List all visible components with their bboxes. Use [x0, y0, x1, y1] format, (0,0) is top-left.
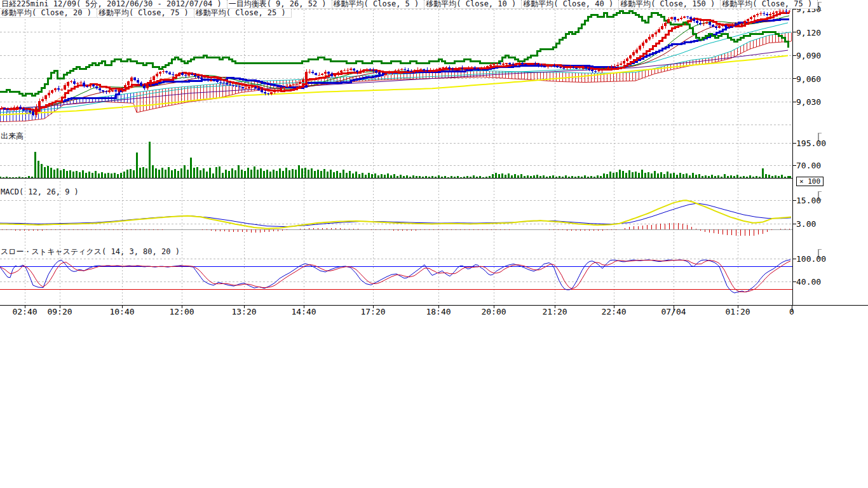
- legend-item[interactable]: 移動平均( Close, 75 ): [97, 9, 194, 18]
- legend-item[interactable]: 移動平均( Close, 20 ): [0, 9, 97, 18]
- time-axis-label: 02:40: [12, 307, 37, 316]
- price-axis-label: 9,120: [796, 28, 821, 37]
- volume-axis-label: 195.00: [796, 139, 826, 148]
- legend-item[interactable]: 移動平均( Close, 150 ): [619, 0, 721, 9]
- time-axis-label: 12:00: [169, 307, 194, 316]
- volume-multiplier-box: × 100: [796, 177, 824, 186]
- time-axis-label: 01:20: [725, 307, 750, 316]
- time-axis-label: 14:40: [291, 307, 316, 316]
- stochastics-panel-label: スロー・ストキャスティクス( 14, 3, 80, 20 ): [1, 247, 180, 257]
- stochastics-axis-label: 40.00: [796, 277, 821, 287]
- price-axis-label: 9,030: [796, 97, 821, 107]
- price-axis-label: 9,060: [796, 74, 821, 84]
- legend-item[interactable]: 移動平均( Close, 40 ): [522, 0, 619, 9]
- legend-row-2: 移動平均( Close, 20 )移動平均( Close, 75 )移動平均( …: [0, 9, 292, 18]
- time-axis-label: 13:20: [231, 307, 256, 316]
- time-axis-label: 21:20: [542, 307, 567, 316]
- chart-canvas[interactable]: [0, 0, 868, 324]
- time-axis-label: 10:40: [109, 307, 134, 316]
- chart-application-window: { "header": { "row1": ["日経225mini 12/09(…: [0, 0, 868, 488]
- time-axis-label: 07/04: [661, 307, 686, 316]
- legend-item[interactable]: 日経225mini 12/09( 5分, 2012/06/30 - 2012/0…: [0, 0, 227, 9]
- macd-panel-label: MACD( 12, 26, 9 ): [1, 187, 79, 196]
- macd-axis-label: 3.00: [796, 219, 816, 229]
- stochastics-axis-label: 100.00: [796, 254, 826, 264]
- volume-panel-label: 出来高: [1, 131, 24, 142]
- time-axis-label: 20:00: [481, 307, 506, 316]
- time-axis-label: 18:40: [426, 307, 451, 316]
- legend-item[interactable]: 移動平均( Close, 5 ): [332, 0, 425, 9]
- time-axis-label: 22:40: [601, 307, 626, 316]
- legend-item[interactable]: 移動平均( Close, 75 ): [721, 0, 818, 9]
- legend-item[interactable]: 移動平均( Close, 10 ): [424, 0, 522, 9]
- time-axis-label: 0: [789, 307, 794, 316]
- legend-item[interactable]: 一目均衡表( 9, 26, 52 ): [227, 0, 332, 9]
- time-axis-label: 17:20: [360, 307, 385, 316]
- macd-axis-label: 15.00: [796, 196, 821, 205]
- price-axis-label: 9,090: [796, 51, 821, 60]
- time-axis-label: 09:20: [47, 307, 72, 316]
- volume-axis-label: 70.00: [796, 161, 821, 170]
- legend-row-1: 日経225mini 12/09( 5分, 2012/06/30 - 2012/0…: [0, 0, 818, 9]
- legend-item[interactable]: 移動平均( Close, 25 ): [194, 9, 292, 18]
